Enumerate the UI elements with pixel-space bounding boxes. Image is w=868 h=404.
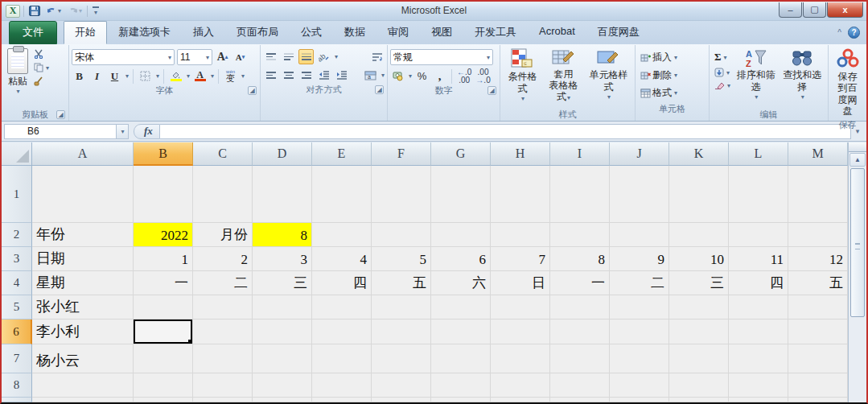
cell-A6[interactable]: 李小利 <box>32 319 134 344</box>
tab-7[interactable]: 视图 <box>420 21 463 44</box>
save-icon[interactable] <box>27 4 42 18</box>
cell-L4[interactable]: 四 <box>729 271 788 295</box>
clear-dropdown-icon[interactable]: ▾ <box>727 82 730 89</box>
cell-M8[interactable] <box>788 373 848 398</box>
sort-filter-dropdown-icon[interactable]: ▾ <box>755 93 758 101</box>
cell-D7[interactable] <box>253 344 312 373</box>
cell-A3[interactable]: 日期 <box>32 247 134 271</box>
cell-L2[interactable] <box>729 223 788 247</box>
column-header-A[interactable]: A <box>32 142 134 166</box>
orientation-button[interactable]: ab <box>316 49 331 64</box>
underline-button[interactable]: U <box>107 68 122 84</box>
cell-F1[interactable] <box>372 166 431 223</box>
cell-E2[interactable] <box>312 223 372 247</box>
alignment-dialog-launcher-icon[interactable]: ◢ <box>375 85 384 94</box>
scroll-up-icon[interactable]: ▲ <box>849 153 866 167</box>
number-dialog-launcher-icon[interactable]: ◢ <box>487 86 496 95</box>
cell-G7[interactable] <box>431 344 491 373</box>
cell-C5[interactable] <box>193 295 253 319</box>
column-header-G[interactable]: G <box>431 142 491 166</box>
delete-cells-button[interactable]: 删除 ▾ <box>639 68 706 83</box>
increase-decimal-button[interactable]: ←.0.00 <box>456 68 472 84</box>
scrollbar-split-box[interactable] <box>849 142 866 152</box>
cell-L7[interactable] <box>729 344 788 373</box>
percent-style-button[interactable]: % <box>414 68 430 84</box>
cell-I3[interactable]: 8 <box>550 247 610 271</box>
shrink-font-button[interactable]: A▾ <box>232 50 248 65</box>
cell-K8[interactable] <box>669 373 729 398</box>
cell-A9[interactable] <box>32 398 134 402</box>
conditional-formatting-dropdown-icon[interactable]: ▾ <box>521 95 525 103</box>
name-box[interactable]: B6 <box>4 124 117 139</box>
sort-filter-button[interactable]: A Z 排序和筛选 ▾ <box>733 47 779 108</box>
insert-cells-button[interactable]: 插入 ▾ <box>639 50 706 65</box>
column-header-J[interactable]: J <box>610 142 669 166</box>
cell-F8[interactable] <box>372 373 431 398</box>
cell-G2[interactable] <box>431 223 491 247</box>
format-painter-button[interactable] <box>32 76 51 87</box>
tab-1[interactable]: 新建选项卡 <box>107 21 182 44</box>
cell-E4[interactable]: 四 <box>312 271 372 295</box>
cell-J9[interactable] <box>610 398 669 402</box>
column-header-F[interactable]: F <box>372 142 431 166</box>
bold-button[interactable]: B <box>72 68 87 84</box>
decrease-indent-button[interactable] <box>316 68 331 83</box>
cell-D2[interactable]: 8 <box>253 223 312 247</box>
save-to-baidu-button[interactable]: 保存到百 度网盘 <box>831 47 864 119</box>
cell-I9[interactable] <box>550 398 610 402</box>
cell-G9[interactable] <box>431 398 491 402</box>
column-header-D[interactable]: D <box>253 142 312 166</box>
cell-D4[interactable]: 三 <box>253 271 312 295</box>
cell-D6[interactable] <box>253 319 312 344</box>
font-color-button[interactable]: A <box>192 68 208 84</box>
column-header-C[interactable]: C <box>193 142 253 166</box>
cell-K9[interactable] <box>669 398 729 402</box>
row-header-2[interactable]: 2 <box>2 223 32 247</box>
cell-M5[interactable] <box>788 295 848 319</box>
column-header-K[interactable]: K <box>669 142 729 166</box>
cell-J1[interactable] <box>610 166 669 223</box>
cell-K7[interactable] <box>669 344 729 373</box>
cell-D9[interactable] <box>253 398 312 402</box>
clipboard-dialog-launcher-icon[interactable]: ◢ <box>56 110 65 119</box>
cell-G8[interactable] <box>431 373 491 398</box>
paste-button[interactable]: 粘贴 ▾ <box>4 47 31 108</box>
cell-B1[interactable] <box>134 166 193 223</box>
redo-dropdown-icon[interactable]: ▾ <box>79 7 82 14</box>
align-middle-button[interactable] <box>281 49 296 64</box>
cell-H4[interactable]: 日 <box>491 271 550 295</box>
align-left-button[interactable] <box>263 68 278 83</box>
tab-5[interactable]: 数据 <box>333 21 376 44</box>
format-dropdown-icon[interactable]: ▾ <box>674 89 677 97</box>
cell-H8[interactable] <box>491 373 550 398</box>
cell-A2[interactable]: 年份 <box>32 223 134 247</box>
cell-B8[interactable] <box>134 373 193 398</box>
cell-D1[interactable] <box>253 166 312 223</box>
align-top-button[interactable] <box>263 49 278 64</box>
cell-F3[interactable]: 5 <box>372 247 431 271</box>
fill-color-button[interactable] <box>168 68 183 84</box>
cell-C6[interactable] <box>193 319 253 344</box>
cell-L9[interactable] <box>729 398 788 402</box>
row-header-1[interactable]: 1 <box>2 166 32 223</box>
tab-2[interactable]: 插入 <box>182 21 225 44</box>
cell-C2[interactable]: 月份 <box>193 223 253 247</box>
cell-B4[interactable]: 一 <box>134 271 193 295</box>
scrollbar-thumb[interactable] <box>850 168 865 317</box>
insert-function-button[interactable]: fx <box>134 124 160 139</box>
paste-dropdown-icon[interactable]: ▾ <box>16 88 19 96</box>
row-header-5[interactable]: 5 <box>2 295 32 319</box>
cell-F6[interactable] <box>372 319 431 344</box>
cell-L1[interactable] <box>729 166 788 223</box>
cell-E1[interactable] <box>312 166 372 223</box>
clear-button[interactable]: ▾ <box>713 80 732 90</box>
cell-I4[interactable]: 一 <box>550 271 610 295</box>
cell-B9[interactable] <box>134 398 193 402</box>
cell-D8[interactable] <box>253 373 312 398</box>
cell-K3[interactable]: 10 <box>669 247 729 271</box>
phonetic-dropdown-icon[interactable]: ▾ <box>241 72 245 80</box>
cell-C4[interactable]: 二 <box>193 271 253 295</box>
cell-B3[interactable]: 1 <box>134 247 193 271</box>
row-header-3[interactable]: 3 <box>2 247 32 271</box>
cell-G3[interactable]: 6 <box>431 247 491 271</box>
